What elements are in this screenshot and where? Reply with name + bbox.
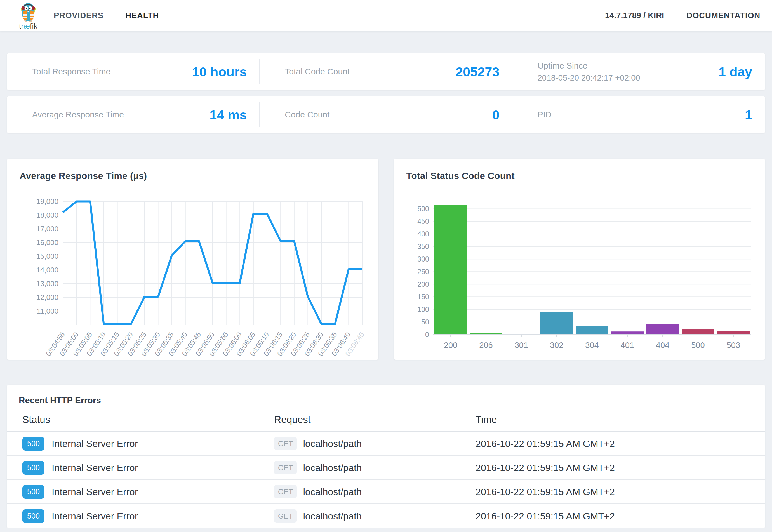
status-text: Internal Server Error — [52, 438, 138, 449]
svg-text:19,000: 19,000 — [36, 197, 58, 206]
svg-text:350: 350 — [417, 243, 429, 250]
request-path: localhost/path — [303, 438, 362, 449]
stat-value: 1 day — [719, 64, 752, 79]
chart-title-avg-response: Average Response Time (µs) — [20, 171, 366, 181]
stat-label: Total Response Time — [32, 67, 110, 76]
error-table-row: 500 Internal Server Error GET localhost/… — [7, 456, 765, 480]
status-cell: 500 Internal Server Error — [22, 461, 274, 475]
stat-value: 1 — [745, 107, 752, 123]
status-cell: 500 Internal Server Error — [22, 509, 274, 523]
main-content: Total Response Time 10 hours Total Code … — [0, 53, 772, 528]
svg-text:13,000: 13,000 — [36, 279, 58, 288]
stat-pid: PID 1 — [512, 96, 765, 133]
stat-uptime-since: Uptime Since 2018-05-20 20:42:17 +02:00 … — [512, 53, 765, 90]
charts-row: Average Response Time (µs) 11,00012,0001… — [7, 159, 765, 360]
request-cell: GET localhost/path — [274, 509, 476, 523]
svg-text:14,000: 14,000 — [36, 266, 58, 274]
svg-text:100: 100 — [417, 305, 429, 313]
http-method-badge: GET — [274, 485, 297, 498]
errors-table-header: Status Request Time — [7, 406, 765, 432]
documentation-link[interactable]: DOCUMENTATION — [686, 11, 760, 20]
status-code-badge: 500 — [22, 437, 44, 451]
svg-text:450: 450 — [417, 217, 429, 225]
status-code-badge: 500 — [22, 485, 44, 499]
summary-card-row-2: Average Response Time 14 ms Code Count 0… — [7, 96, 765, 133]
chart-title-status-codes: Total Status Code Count — [406, 171, 753, 181]
status-text: Internal Server Error — [52, 486, 138, 497]
error-time: 2016-10-22 01:59:15 AM GMT+2 — [476, 462, 765, 473]
request-cell: GET localhost/path — [274, 437, 476, 450]
column-header-status: Status — [22, 414, 274, 425]
stat-total-code-count: Total Code Count 205273 — [260, 53, 512, 90]
stat-average-response-time: Average Response Time 14 ms — [7, 96, 260, 133]
version-text: 14.7.1789 / KIRI — [605, 11, 664, 20]
http-method-badge: GET — [274, 509, 297, 523]
request-path: localhost/path — [303, 486, 362, 497]
svg-text:150: 150 — [417, 293, 429, 301]
svg-text:15,000: 15,000 — [36, 252, 58, 260]
stat-label: PID — [538, 110, 552, 119]
http-method-badge: GET — [274, 461, 297, 474]
svg-text:401: 401 — [620, 341, 634, 350]
svg-text:500: 500 — [691, 341, 705, 350]
error-time: 2016-10-22 01:59:15 AM GMT+2 — [476, 511, 765, 522]
svg-text:16,000: 16,000 — [36, 238, 58, 247]
stat-label: Total Code Count — [285, 67, 350, 76]
error-table-row: 500 Internal Server Error GET localhost/… — [7, 504, 765, 528]
svg-text:17,000: 17,000 — [36, 225, 58, 233]
stat-value: 10 hours — [192, 64, 247, 79]
traefik-logo[interactable]: træfik — [10, 1, 46, 30]
svg-text:304: 304 — [585, 341, 599, 350]
error-table-row: 500 Internal Server Error GET localhost/… — [7, 432, 765, 456]
svg-text:301: 301 — [514, 341, 528, 350]
nav-right: 14.7.1789 / KIRI DOCUMENTATION — [605, 11, 760, 20]
stat-label: Average Response Time — [32, 110, 124, 119]
error-table-row: 500 Internal Server Error GET localhost/… — [7, 480, 765, 504]
error-time: 2016-10-22 01:59:15 AM GMT+2 — [476, 486, 765, 497]
nav-link-health[interactable]: HEALTH — [125, 11, 159, 20]
svg-text:302: 302 — [550, 341, 563, 350]
svg-text:200: 200 — [417, 280, 429, 288]
traefik-wordmark: træfik — [19, 23, 37, 30]
recent-errors-card: Recent HTTP Errors Status Request Time 5… — [7, 385, 765, 528]
traefik-gopher-icon — [19, 1, 37, 22]
svg-text:200: 200 — [444, 341, 457, 350]
summary-card-row-1: Total Response Time 10 hours Total Code … — [7, 53, 765, 90]
svg-text:500: 500 — [417, 205, 429, 213]
request-cell: GET localhost/path — [274, 485, 476, 498]
status-cell: 500 Internal Server Error — [22, 437, 274, 451]
svg-text:11,000: 11,000 — [37, 307, 58, 315]
stat-label: Code Count — [285, 110, 329, 119]
status-text: Internal Server Error — [52, 511, 138, 522]
column-header-request: Request — [274, 414, 476, 425]
stat-total-response-time: Total Response Time 10 hours — [7, 53, 260, 90]
uptime-timestamp: 2018-05-20 20:42:17 +02:00 — [538, 73, 640, 83]
svg-text:12,000: 12,000 — [36, 293, 58, 302]
stat-value: 205273 — [456, 64, 500, 79]
errors-table-title: Recent HTTP Errors — [19, 396, 765, 406]
top-nav: træfik PROVIDERS HEALTH 14.7.1789 / KIRI… — [0, 0, 772, 31]
status-code-badge: 500 — [22, 509, 44, 523]
error-time: 2016-10-22 01:59:15 AM GMT+2 — [476, 438, 765, 449]
svg-text:50: 50 — [421, 318, 429, 326]
stat-code-count: Code Count 0 — [260, 96, 512, 133]
nav-link-providers[interactable]: PROVIDERS — [54, 11, 103, 20]
request-cell: GET localhost/path — [274, 461, 476, 474]
request-path: localhost/path — [303, 511, 362, 522]
stat-value: 0 — [492, 107, 500, 123]
svg-text:300: 300 — [417, 255, 429, 263]
nav-links: PROVIDERS HEALTH — [54, 11, 159, 20]
http-method-badge: GET — [274, 437, 297, 450]
svg-text:404: 404 — [656, 341, 669, 350]
avg-response-time-card: Average Response Time (µs) 11,00012,0001… — [7, 159, 378, 360]
stat-label: Uptime Since 2018-05-20 20:42:17 +02:00 — [538, 61, 640, 83]
request-path: localhost/path — [303, 462, 362, 473]
status-code-badge: 500 — [22, 461, 44, 475]
svg-text:0: 0 — [425, 331, 429, 338]
status-code-card: Total Status Code Count 0501001502002503… — [394, 159, 765, 360]
status-code-chart: 0501001502002503003504004505002002063013… — [406, 197, 753, 360]
svg-text:400: 400 — [417, 230, 429, 238]
column-header-time: Time — [476, 414, 765, 425]
svg-text:206: 206 — [479, 341, 493, 350]
status-text: Internal Server Error — [52, 462, 138, 473]
